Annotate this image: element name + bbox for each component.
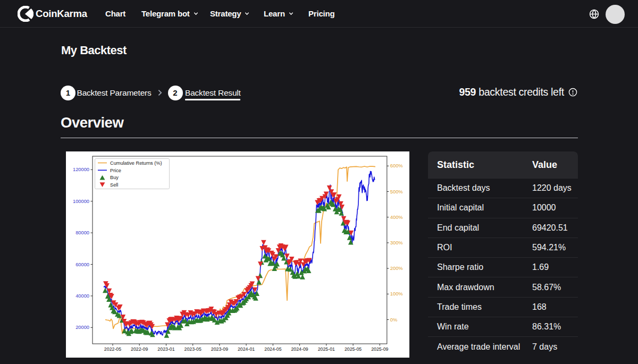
svg-text:2023-05: 2023-05 bbox=[184, 346, 202, 352]
svg-text:2025-09: 2025-09 bbox=[371, 346, 388, 352]
svg-text:2024-01: 2024-01 bbox=[238, 346, 255, 352]
svg-text:300%: 300% bbox=[390, 240, 403, 246]
svg-text:2023-01: 2023-01 bbox=[157, 346, 174, 352]
svg-text:2022-09: 2022-09 bbox=[131, 346, 148, 352]
svg-text:40000: 40000 bbox=[75, 293, 89, 299]
svg-text:2023-09: 2023-09 bbox=[211, 346, 228, 352]
svg-text:2024-09: 2024-09 bbox=[291, 346, 308, 352]
svg-text:600%: 600% bbox=[390, 163, 403, 168]
svg-text:Cumulative Returns (%): Cumulative Returns (%) bbox=[110, 160, 162, 166]
svg-text:100000: 100000 bbox=[73, 199, 89, 204]
svg-text:120000: 120000 bbox=[73, 167, 89, 172]
svg-text:100%: 100% bbox=[390, 291, 403, 297]
svg-text:Price: Price bbox=[110, 168, 121, 173]
svg-text:60000: 60000 bbox=[75, 262, 89, 267]
svg-text:2022-05: 2022-05 bbox=[104, 346, 121, 352]
svg-text:80000: 80000 bbox=[75, 230, 89, 235]
svg-text:Sell: Sell bbox=[110, 182, 118, 188]
svg-text:20000: 20000 bbox=[75, 325, 89, 330]
svg-text:2025-05: 2025-05 bbox=[345, 346, 362, 352]
svg-text:2024-05: 2024-05 bbox=[264, 346, 281, 352]
svg-text:500%: 500% bbox=[390, 189, 403, 194]
svg-text:400%: 400% bbox=[390, 215, 403, 220]
svg-text:2025-01: 2025-01 bbox=[318, 346, 335, 352]
svg-text:Buy: Buy bbox=[110, 175, 119, 180]
svg-text:200%: 200% bbox=[390, 266, 403, 271]
svg-text:0%: 0% bbox=[390, 317, 397, 323]
